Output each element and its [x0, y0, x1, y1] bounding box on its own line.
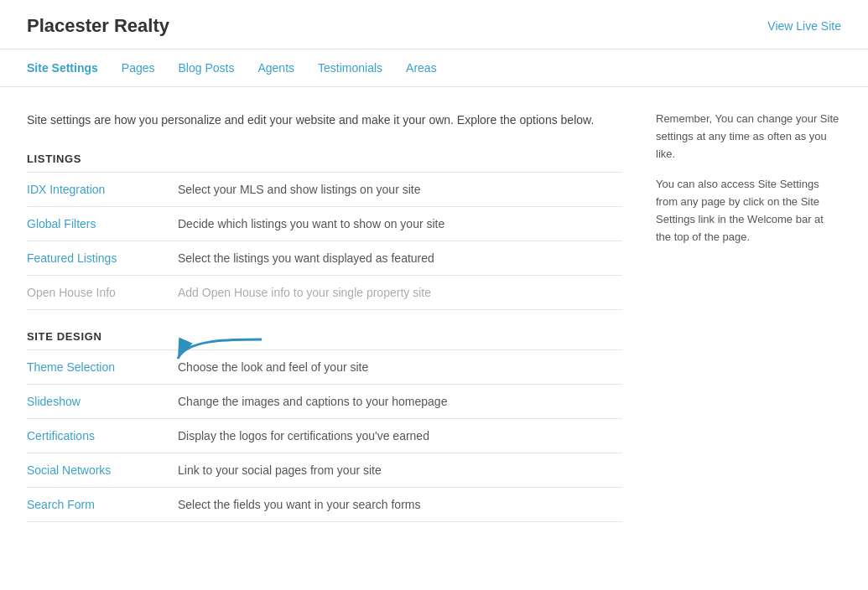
- table-row: CertificationsDisplay the logos for cert…: [27, 419, 622, 453]
- site-design-header: SITE DESIGN: [27, 330, 622, 343]
- setting-link[interactable]: Slideshow: [27, 395, 81, 408]
- content-wrapper: Site settings are how you personalize an…: [0, 87, 868, 566]
- table-row: SlideshowChange the images and captions …: [27, 385, 622, 419]
- top-bar: Placester Realty View Live Site: [0, 0, 868, 49]
- intro-text: Site settings are how you personalize an…: [27, 111, 622, 129]
- setting-desc: Display the logos for certifications you…: [178, 429, 429, 442]
- sidebar-para1: Remember, You can change your Site setti…: [656, 111, 840, 163]
- table-row: Global FiltersDecide which listings you …: [27, 207, 622, 241]
- table-row: Theme Selection Choose the look and feel…: [27, 350, 622, 385]
- nav-item-agents[interactable]: Agents: [257, 61, 294, 75]
- setting-desc: Change the images and captions to your h…: [178, 395, 447, 408]
- nav-bar: Site SettingsPagesBlog PostsAgentsTestim…: [0, 49, 868, 87]
- nav-item-testimonials[interactable]: Testimonials: [318, 61, 382, 75]
- setting-link[interactable]: Social Networks: [27, 463, 111, 477]
- view-live-site-link[interactable]: View Live Site: [767, 19, 841, 33]
- setting-desc: Choose the look and feel of your site: [178, 360, 368, 374]
- main-content: Site settings are how you personalize an…: [27, 111, 622, 542]
- setting-desc: Decide which listings you want to show o…: [178, 217, 444, 230]
- nav-item-site-settings[interactable]: Site Settings: [27, 61, 98, 75]
- setting-link: Open House Info: [27, 286, 116, 299]
- setting-desc: Select the listings you want displayed a…: [178, 251, 434, 265]
- setting-desc: Select your MLS and show listings on you…: [178, 183, 420, 196]
- nav-item-areas[interactable]: Areas: [406, 61, 437, 75]
- setting-link[interactable]: Theme Selection: [27, 360, 115, 374]
- setting-desc: Link to your social pages from your site: [178, 463, 382, 477]
- setting-link[interactable]: IDX Integration: [27, 183, 105, 196]
- nav-item-pages[interactable]: Pages: [122, 61, 155, 75]
- table-row: Social NetworksLink to your social pages…: [27, 453, 622, 488]
- setting-link[interactable]: Featured Listings: [27, 251, 117, 265]
- setting-link[interactable]: Certifications: [27, 429, 95, 442]
- nav-item-blog-posts[interactable]: Blog Posts: [179, 61, 235, 75]
- sidebar: Remember, You can change your Site setti…: [656, 111, 840, 542]
- setting-link[interactable]: Global Filters: [27, 217, 96, 230]
- site-design-table: Theme Selection Choose the look and feel…: [27, 349, 622, 522]
- table-row: Featured ListingsSelect the listings you…: [27, 241, 622, 276]
- app-title: Placester Realty: [27, 15, 169, 37]
- table-row: Search FormSelect the fields you want in…: [27, 488, 622, 522]
- table-row: IDX IntegrationSelect your MLS and show …: [27, 173, 622, 207]
- setting-desc: Select the fields you want in your searc…: [178, 498, 420, 511]
- listings-table: IDX IntegrationSelect your MLS and show …: [27, 172, 622, 310]
- setting-link[interactable]: Search Form: [27, 498, 95, 511]
- setting-desc: Add Open House info to your single prope…: [178, 286, 431, 299]
- sidebar-para2: You can also access Site Settings from a…: [656, 176, 840, 246]
- listings-header: LISTINGS: [27, 153, 622, 165]
- listings-section: LISTINGS IDX IntegrationSelect your MLS …: [27, 153, 622, 310]
- table-row: Open House InfoAdd Open House info to yo…: [27, 276, 622, 310]
- site-design-section: SITE DESIGN Theme Selection Choose the l…: [27, 330, 622, 522]
